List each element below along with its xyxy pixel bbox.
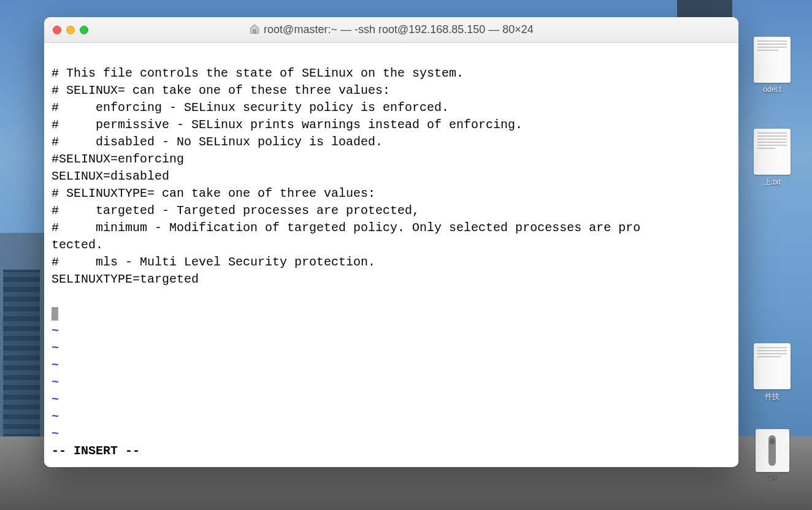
file-label: odel.t (751, 85, 794, 94)
zip-file-icon (756, 429, 789, 472)
svg-rect-0 (253, 29, 256, 33)
vim-empty-line-marker: ~ (52, 408, 731, 425)
terminal-line (52, 288, 731, 305)
window-title: root@master:~ — -ssh root@192.168.85.150… (44, 23, 738, 37)
terminal-line: # disabled - No SELinux policy is loaded… (52, 134, 731, 151)
zoom-button[interactable] (80, 26, 88, 34)
text-file-icon (754, 37, 791, 83)
terminal-line (52, 48, 731, 65)
cursor (52, 307, 58, 321)
terminal-line: # This file controls the state of SELinu… (52, 65, 731, 82)
file-label: ZIP (751, 474, 794, 483)
text-file-icon (754, 343, 791, 389)
minimize-button[interactable] (66, 26, 75, 34)
terminal-line: # SELINUX= can take one of these three v… (52, 82, 731, 99)
vim-empty-line-marker: ~ (52, 425, 731, 443)
terminal-line: # minimum - Modification of targeted pol… (52, 219, 731, 237)
vim-empty-line-marker: ~ (52, 340, 731, 357)
terminal-line: # mls - Multi Level Security protection. (52, 254, 731, 271)
vim-mode-status: -- INSERT -- (52, 443, 731, 460)
vim-empty-line-marker: ~ (52, 374, 731, 391)
terminal-line: # SELINUXTYPE= can take one of three val… (52, 185, 731, 202)
desktop-file-item[interactable]: 上.txt (751, 129, 794, 188)
terminal-line: SELINUX=disabled (52, 168, 731, 185)
vim-empty-line-marker: ~ (52, 322, 731, 340)
terminal-line: SELINUXTYPE=targeted (52, 271, 731, 288)
file-label: 件技 (751, 392, 794, 402)
terminal-line: # targeted - Targeted processes are prot… (52, 202, 731, 219)
window-titlebar[interactable]: root@master:~ — -ssh root@192.168.85.150… (44, 17, 738, 43)
home-icon (249, 23, 260, 37)
window-title-text: root@master:~ — -ssh root@192.168.85.150… (264, 23, 534, 36)
desktop-file-item[interactable]: 件技 (751, 343, 794, 402)
terminal-content[interactable]: # This file controls the state of SELinu… (44, 43, 738, 467)
desktop-file-item[interactable]: odel.t (751, 37, 794, 94)
terminal-line: #SELINUX=enforcing (52, 151, 731, 168)
text-file-icon (754, 129, 791, 175)
terminal-line: # enforcing - SELinux security policy is… (52, 99, 731, 116)
terminal-line: # permissive - SELinux prints warnings i… (52, 116, 731, 134)
terminal-line: tected. (52, 237, 731, 254)
close-button[interactable] (53, 26, 61, 34)
traffic-lights (44, 26, 88, 34)
vim-empty-line-marker: ~ (52, 391, 731, 408)
file-label: 上.txt (751, 177, 794, 188)
vim-empty-line-marker: ~ (52, 357, 731, 374)
desktop-file-item[interactable]: ZIP (751, 429, 794, 483)
terminal-window: root@master:~ — -ssh root@192.168.85.150… (44, 17, 738, 467)
